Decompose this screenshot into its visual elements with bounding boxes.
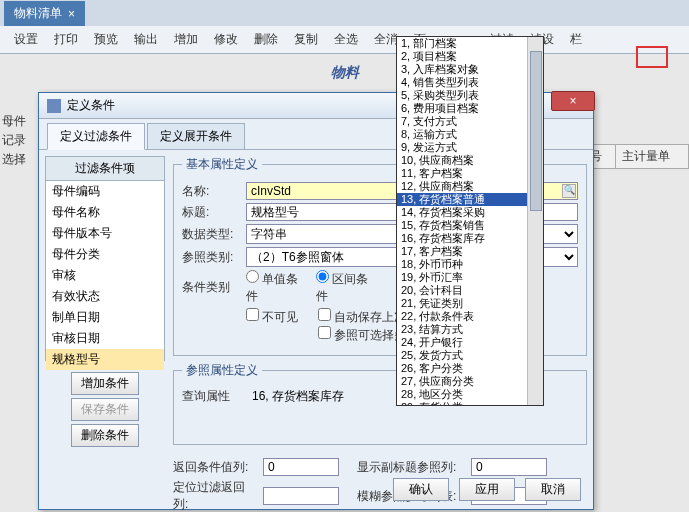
radio-single[interactable]: 单值条件 — [246, 270, 306, 305]
dropdown-item[interactable]: 1, 部门档案 — [397, 37, 543, 50]
toolbar-item-5[interactable]: 修改 — [206, 31, 246, 48]
chk-invisible[interactable]: 不可见 — [246, 308, 306, 344]
tab-filter-conditions[interactable]: 定义过滤条件 — [47, 123, 145, 150]
filter-item[interactable]: 审核 — [46, 265, 164, 286]
left-labels: 母件 记录 选择 — [2, 112, 26, 169]
dropdown-item[interactable]: 24, 开户银行 — [397, 336, 543, 349]
toolbar-item-8[interactable]: 全选 — [326, 31, 366, 48]
dropdown-item[interactable]: 5, 采购类型列表 — [397, 89, 543, 102]
dropdown-item[interactable]: 4, 销售类型列表 — [397, 76, 543, 89]
toolbar-item-6[interactable]: 删除 — [246, 31, 286, 48]
dropdown-item[interactable]: 16, 存货档案库存 — [397, 232, 543, 245]
apply-button[interactable]: 应用 — [459, 478, 515, 501]
save-condition-button: 保存条件 — [71, 398, 139, 421]
ref-attr-legend: 参照属性定义 — [182, 362, 262, 379]
condtype-label: 条件类别 — [182, 279, 242, 296]
dropdown-item[interactable]: 23, 结算方式 — [397, 323, 543, 336]
name-label: 名称: — [182, 183, 242, 200]
dropdown-item[interactable]: 26, 客户分类 — [397, 362, 543, 375]
dropdown-item[interactable]: 6, 费用项目档案 — [397, 102, 543, 115]
dropdown-item[interactable]: 22, 付款条件表 — [397, 310, 543, 323]
add-condition-button[interactable]: 增加条件 — [71, 372, 139, 395]
search-icon[interactable]: 🔍 — [562, 184, 576, 198]
locate-col-input[interactable] — [263, 487, 339, 505]
toolbar-item-0[interactable]: 设置 — [6, 31, 46, 48]
query-attr-label: 查询属性 — [182, 388, 242, 405]
filter-items-list[interactable]: 母件编码母件名称母件版本号母件分类审核有效状态制单日期审核日期规格型号 — [45, 181, 165, 361]
filter-item[interactable]: 母件名称 — [46, 202, 164, 223]
dropdown-item[interactable]: 13, 存货档案普通 — [397, 193, 543, 206]
return-col-label: 返回条件值列: — [173, 459, 259, 476]
cancel-button[interactable]: 取消 — [525, 478, 581, 501]
tab-expand-conditions[interactable]: 定义展开条件 — [147, 123, 245, 149]
toolbar-item-4[interactable]: 增加 — [166, 31, 206, 48]
dropdown-item[interactable]: 29, 存货分类 — [397, 401, 543, 406]
filter-item[interactable]: 母件编码 — [46, 181, 164, 202]
filter-item[interactable]: 母件版本号 — [46, 223, 164, 244]
dropdown-item[interactable]: 12, 供应商档案 — [397, 180, 543, 193]
filter-item[interactable]: 有效状态 — [46, 286, 164, 307]
reftype-label: 参照类别: — [182, 249, 242, 266]
dropdown-item[interactable]: 21, 凭证类别 — [397, 297, 543, 310]
dropdown-item[interactable]: 14, 存货档案采购 — [397, 206, 543, 219]
ref-dropdown[interactable]: 1, 部门档案2, 项目档案3, 入库档案对象4, 销售类型列表5, 采购类型列… — [396, 36, 544, 406]
scrollbar-thumb[interactable] — [530, 51, 542, 211]
ok-button[interactable]: 确认 — [393, 478, 449, 501]
tab-close-icon[interactable]: × — [68, 7, 75, 21]
title-label: 标题: — [182, 204, 242, 221]
dropdown-item[interactable]: 25, 发货方式 — [397, 349, 543, 362]
query-attr-value: 16, 存货档案库存 — [246, 388, 344, 405]
datatype-label: 数据类型: — [182, 226, 242, 243]
dropdown-item[interactable]: 7, 支付方式 — [397, 115, 543, 128]
filter-item[interactable]: 制单日期 — [46, 307, 164, 328]
filter-item[interactable]: 审核日期 — [46, 328, 164, 349]
dropdown-item[interactable]: 18, 外币币种 — [397, 258, 543, 271]
toolbar-item-3[interactable]: 输出 — [126, 31, 166, 48]
dropdown-item[interactable]: 9, 发运方式 — [397, 141, 543, 154]
toolbar-item-1[interactable]: 打印 — [46, 31, 86, 48]
toolbar-item-2[interactable]: 预览 — [86, 31, 126, 48]
dropdown-item[interactable]: 2, 项目档案 — [397, 50, 543, 63]
dropdown-item[interactable]: 11, 客户档案 — [397, 167, 543, 180]
dialog-close-button[interactable]: × — [551, 91, 595, 111]
app-tab[interactable]: 物料清单 × — [4, 1, 85, 26]
dropdown-item[interactable]: 28, 地区分类 — [397, 388, 543, 401]
filter-item[interactable]: 母件分类 — [46, 244, 164, 265]
dropdown-item[interactable]: 10, 供应商档案 — [397, 154, 543, 167]
dialog-icon — [47, 99, 61, 113]
locate-col-label: 定位过滤返回列: — [173, 479, 259, 512]
dropdown-item[interactable]: 19, 外币汇率 — [397, 271, 543, 284]
dropdown-scrollbar[interactable] — [527, 37, 543, 405]
dropdown-item[interactable]: 27, 供应商分类 — [397, 375, 543, 388]
filter-items-header: 过滤条件项 — [45, 156, 165, 181]
toolbar-item-7[interactable]: 复制 — [286, 31, 326, 48]
dropdown-item[interactable]: 20, 会计科目 — [397, 284, 543, 297]
page-title: 物料 — [0, 54, 689, 86]
toolbar-item-16[interactable]: 栏 — [562, 31, 590, 48]
delete-condition-button[interactable]: 删除条件 — [71, 424, 139, 447]
tab-label: 物料清单 — [14, 5, 62, 22]
dropdown-item[interactable]: 3, 入库档案对象 — [397, 63, 543, 76]
grid-col-uom[interactable]: 主计量单 — [616, 145, 689, 168]
dropdown-item[interactable]: 15, 存货档案销售 — [397, 219, 543, 232]
dropdown-item[interactable]: 8, 运输方式 — [397, 128, 543, 141]
show-subtitle-label: 显示副标题参照列: — [357, 459, 467, 476]
basic-attr-legend: 基本属性定义 — [182, 156, 262, 173]
main-toolbar: 设置打印预览输出增加修改删除复制全选全消页过滤滤设栏 — [0, 26, 689, 54]
dropdown-item[interactable]: 17, 客户档案 — [397, 245, 543, 258]
show-subtitle-input[interactable]: 0 — [471, 458, 547, 476]
return-col-input[interactable]: 0 — [263, 458, 339, 476]
dialog-title-text: 定义条件 — [67, 97, 115, 114]
radio-range[interactable]: 区间条件 — [316, 270, 376, 305]
